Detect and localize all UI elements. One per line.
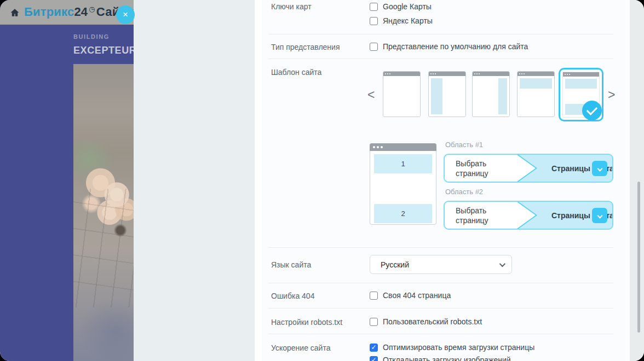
template-thumb-left-sidebar[interactable] (428, 71, 466, 117)
area1-page-selector: Выбрать страницу Страницы сайта (444, 154, 613, 183)
close-icon: × (123, 9, 128, 20)
browser-dots-icon (563, 72, 599, 77)
divider (268, 283, 613, 283)
check-icon: ✓ (371, 357, 376, 361)
error404-label: Ошибка 404 (271, 292, 314, 300)
language-value: Русский (381, 260, 409, 269)
optimize-load-checkbox[interactable]: ✓ (370, 343, 378, 352)
lazy-images-checkbox[interactable]: ✓ (370, 356, 378, 361)
site-template-label: Шаблон сайта (271, 68, 321, 77)
template-thumb-header[interactable] (517, 71, 555, 117)
brand-bitrix: Битрикс (24, 5, 74, 19)
google-maps-label: Google Карты (383, 2, 432, 11)
checkbox-row-optimize: ✓ Оптимизировать время загрузки страницы (370, 343, 534, 352)
checkbox-row-lazy-images: ✓ Откладывать загрузку изображений (370, 356, 511, 361)
divider (268, 308, 613, 308)
checkbox-row-404: ✓ Своя 404 страница (370, 291, 451, 300)
scrollbar-thumb[interactable] (637, 182, 640, 333)
chevron-left-icon[interactable]: < (367, 88, 375, 102)
map-keys-label: Ключи карт (271, 2, 312, 11)
view-type-checkbox[interactable]: ✓ (370, 43, 378, 51)
custom-404-checkbox[interactable]: ✓ (370, 292, 378, 300)
chevron-down-icon (597, 213, 602, 219)
check-icon: ✓ (371, 344, 376, 351)
app-window: Битрикс24◷Сайты BUILDING EXCEPTEUR SINT … (0, 0, 644, 361)
site-category-label: BUILDING (73, 33, 110, 40)
acceleration-label: Ускорение сайта (271, 343, 330, 352)
area1-choose-page-button[interactable]: Выбрать страницу (456, 158, 516, 178)
yandex-maps-checkbox[interactable]: ✓ (370, 17, 378, 25)
custom-404-label: Своя 404 страница (383, 291, 451, 300)
settings-panel: Ключи карт ✓ Google Карты ✓ Яндекс Карты… (255, 0, 626, 361)
area2-dropdown-button[interactable] (592, 208, 607, 223)
checkbox-row-google-maps: ✓ Google Карты (370, 2, 432, 11)
custom-robots-label: Пользовательский robots.txt (383, 317, 482, 326)
checkbox-row-yandex-maps: ✓ Яндекс Карты (370, 16, 433, 25)
selected-check-icon (582, 101, 602, 120)
close-button[interactable]: × (116, 5, 135, 24)
template-thumb-right-sidebar[interactable] (472, 71, 510, 117)
view-type-label: Тип представления (271, 43, 340, 51)
area1-dropdown-button[interactable] (592, 161, 607, 176)
optimize-load-label: Оптимизировать время загрузки страницы (383, 343, 534, 352)
yandex-maps-label: Яндекс Карты (383, 16, 433, 25)
area2-page-selector: Выбрать страницу Страницы сайта (444, 201, 613, 230)
divider (268, 59, 613, 59)
chevron-right-icon[interactable]: > (608, 88, 615, 102)
language-select[interactable]: Русский (370, 255, 512, 274)
home-icon[interactable] (10, 8, 20, 18)
browser-dots-icon (473, 72, 509, 76)
divider (268, 247, 613, 248)
preview-area-1: 1 (374, 154, 432, 173)
overlay-dim (134, 0, 255, 361)
checkbox-row-robots: ✓ Пользовательский robots.txt (370, 317, 482, 326)
robots-label: Настройки robots.txt (271, 318, 342, 327)
checkbox-row-view-type: ✓ Представление по умолчанию для сайта (370, 42, 528, 51)
preview-area-2: 2 (374, 204, 432, 223)
roses-photo (73, 64, 134, 361)
browser-dots-icon (383, 72, 420, 76)
custom-robots-checkbox[interactable]: ✓ (370, 318, 378, 326)
area1-label: Область #1 (445, 141, 483, 149)
area2-choose-page-button[interactable]: Выбрать страницу (456, 205, 516, 225)
language-label: Язык сайта (271, 260, 311, 269)
panel-edge (626, 0, 630, 361)
template-layout-preview: 1 2 (370, 143, 436, 225)
view-type-option-label: Представление по умолчанию для сайта (383, 42, 528, 51)
divider (268, 334, 613, 334)
scrollbar-track[interactable] (630, 0, 644, 361)
clock-icon: ◷ (89, 5, 95, 13)
divider (268, 34, 613, 34)
brand-24: 24 (74, 5, 88, 19)
browser-dots-icon (518, 72, 554, 76)
chevron-down-icon (597, 166, 602, 172)
browser-dots-icon (429, 72, 465, 76)
lazy-images-label: Откладывать загрузку изображений (383, 356, 511, 361)
area2-label: Область #2 (445, 188, 483, 196)
browser-dots-icon (370, 143, 436, 151)
google-maps-checkbox[interactable]: ✓ (370, 3, 378, 11)
template-thumb-blank[interactable] (383, 71, 421, 117)
chevron-down-icon (499, 260, 505, 266)
